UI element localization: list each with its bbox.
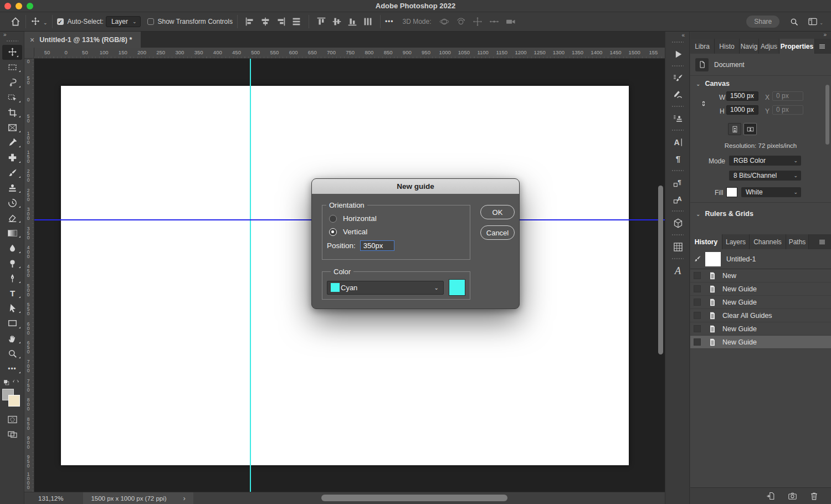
panel-grip[interactable] xyxy=(671,169,684,172)
history-state-row[interactable]: New Guide xyxy=(690,296,831,309)
workspace-icon[interactable] xyxy=(808,17,818,27)
guide-color-swatch[interactable] xyxy=(449,279,465,296)
radio-unselected-icon[interactable] xyxy=(329,215,337,223)
panel-grip[interactable] xyxy=(671,234,684,236)
panel-grip[interactable] xyxy=(671,41,684,44)
panel-icon-character[interactable]: A xyxy=(665,134,690,151)
panel-icon-clone-source[interactable] xyxy=(665,110,690,127)
vertical-guide[interactable] xyxy=(250,59,251,492)
history-state-row[interactable]: New Guide xyxy=(690,336,831,349)
history-source-well[interactable] xyxy=(694,312,701,319)
share-button[interactable]: Share xyxy=(746,16,779,28)
panel-icon-brushes[interactable] xyxy=(665,86,690,103)
height-input[interactable]: 1000 px xyxy=(726,105,758,115)
edit-toolbar[interactable]: ••• xyxy=(0,361,24,376)
eraser-tool[interactable] xyxy=(0,210,24,225)
properties-scrollbar[interactable] xyxy=(825,85,829,145)
tool-preset-chevron-icon[interactable]: ⌄ xyxy=(43,20,48,25)
dodge-tool[interactable] xyxy=(0,256,24,271)
panel-icon-actions[interactable] xyxy=(665,46,690,63)
dialog-title[interactable]: New guide xyxy=(312,179,519,194)
orbit-icon[interactable] xyxy=(439,16,450,27)
home-icon[interactable] xyxy=(10,16,21,27)
history-source-well[interactable] xyxy=(694,272,701,279)
document-size-status[interactable]: 1500 px x 1000 px (72 ppi) › xyxy=(83,492,193,504)
workspace-chevron-icon[interactable]: ⌄ xyxy=(819,20,823,25)
panel-icon-glyph-grid[interactable] xyxy=(665,239,690,255)
path-selection-tool[interactable] xyxy=(0,301,24,316)
history-source-well[interactable] xyxy=(694,285,701,292)
panel-grip[interactable] xyxy=(671,129,684,132)
history-state-row[interactable]: New Guide xyxy=(690,282,831,296)
spot-healing-tool[interactable] xyxy=(0,150,24,165)
snapshot-thumbnail[interactable] xyxy=(705,252,721,266)
panel-grip[interactable] xyxy=(671,210,684,213)
ok-button[interactable]: OK xyxy=(480,205,515,219)
toolbar-grip[interactable] xyxy=(6,40,18,43)
align-left-icon[interactable] xyxy=(244,16,256,28)
move-tool[interactable] xyxy=(2,45,22,60)
rectangle-tool[interactable] xyxy=(0,316,24,331)
ruler-corner[interactable] xyxy=(24,48,34,59)
swap-colors-icon[interactable] xyxy=(12,379,19,386)
history-source-well[interactable] xyxy=(694,338,701,346)
default-colors-icon[interactable] xyxy=(3,379,10,386)
close-tab-icon[interactable]: × xyxy=(30,35,34,44)
marquee-tool[interactable] xyxy=(0,60,24,75)
tab-paths[interactable]: Paths xyxy=(786,234,809,249)
document-tab[interactable]: × Untitled-1 @ 131% (RGB/8) * xyxy=(24,32,141,48)
roll-icon[interactable] xyxy=(455,16,466,27)
tab-libra[interactable]: Libra xyxy=(690,39,715,54)
fill-dropdown[interactable]: White ⌄ xyxy=(741,187,801,197)
panel-icon-paragraph[interactable]: ¶ xyxy=(665,151,690,167)
screen-mode-button[interactable] xyxy=(0,427,24,442)
panel-icon-paragraph-styles[interactable]: ¶ xyxy=(665,174,690,191)
cancel-button[interactable]: Cancel xyxy=(480,225,515,240)
radio-selected-icon[interactable] xyxy=(329,228,337,236)
new-document-from-state-icon[interactable] xyxy=(766,491,776,501)
history-source-well[interactable] xyxy=(694,325,701,332)
crop-tool[interactable] xyxy=(0,105,24,120)
tab-navig[interactable]: Navig xyxy=(740,39,759,54)
move-tool-icon[interactable] xyxy=(30,17,40,27)
document-type-row[interactable]: Document xyxy=(690,54,831,76)
rulers-grids-section-header[interactable]: ⌄Rulers & Grids xyxy=(696,210,753,218)
frame-tool[interactable] xyxy=(0,120,24,135)
history-source-well[interactable] xyxy=(694,299,701,306)
tab-layers[interactable]: Layers xyxy=(722,234,750,249)
panel-grip[interactable] xyxy=(671,105,684,108)
history-state-row[interactable]: New Guide xyxy=(690,322,831,336)
panel-icon-threed[interactable] xyxy=(665,215,690,232)
search-icon[interactable] xyxy=(789,17,799,27)
history-brush-tool[interactable] xyxy=(0,196,24,210)
dist-h-icon[interactable] xyxy=(290,16,302,28)
auto-select-checkbox[interactable]: ✓ xyxy=(57,18,64,25)
eyedropper-tool[interactable] xyxy=(0,135,24,150)
canvas-section-header[interactable]: ⌄Canvas xyxy=(696,80,730,88)
guide-color-dropdown[interactable]: Cyan ⌄ xyxy=(327,281,444,295)
auto-select-target-dropdown[interactable]: Layer ⌄ xyxy=(106,16,141,27)
status-chevron-icon[interactable]: › xyxy=(183,494,186,502)
fill-color-swatch[interactable] xyxy=(726,187,737,197)
dist-v-icon[interactable] xyxy=(362,16,374,28)
panel-menu-icon[interactable] xyxy=(818,238,827,246)
horizontal-ruler[interactable]: 5005010015020025030035040045050055060065… xyxy=(34,48,665,59)
brush-tool[interactable] xyxy=(0,166,24,181)
history-state-row[interactable]: New xyxy=(690,269,831,282)
more-align-options-button[interactable]: ••• xyxy=(385,18,394,25)
gradient-tool[interactable] xyxy=(0,225,24,240)
panel-icon-brush-settings[interactable] xyxy=(665,70,690,86)
orientation-option-vertical[interactable]: Vertical xyxy=(329,228,470,236)
blur-tool[interactable] xyxy=(0,240,24,255)
background-color-swatch[interactable] xyxy=(8,395,20,407)
tab-adjus[interactable]: Adjus xyxy=(759,39,779,54)
mode-dropdown[interactable]: RGB Color ⌄ xyxy=(729,156,801,166)
panel-icon-character-styles[interactable]: A xyxy=(665,191,690,208)
vertical-ruler[interactable]: 0500501001502002503003504004505005506006… xyxy=(24,59,34,492)
panel-icon-glyphs[interactable]: A xyxy=(665,263,690,279)
object-selection-tool[interactable] xyxy=(0,90,24,105)
zoom-level[interactable]: 131,12% xyxy=(38,495,63,502)
align-bottom-icon[interactable] xyxy=(346,16,358,28)
align-center-v-icon[interactable] xyxy=(331,16,343,28)
panel-menu-icon[interactable] xyxy=(818,42,827,51)
